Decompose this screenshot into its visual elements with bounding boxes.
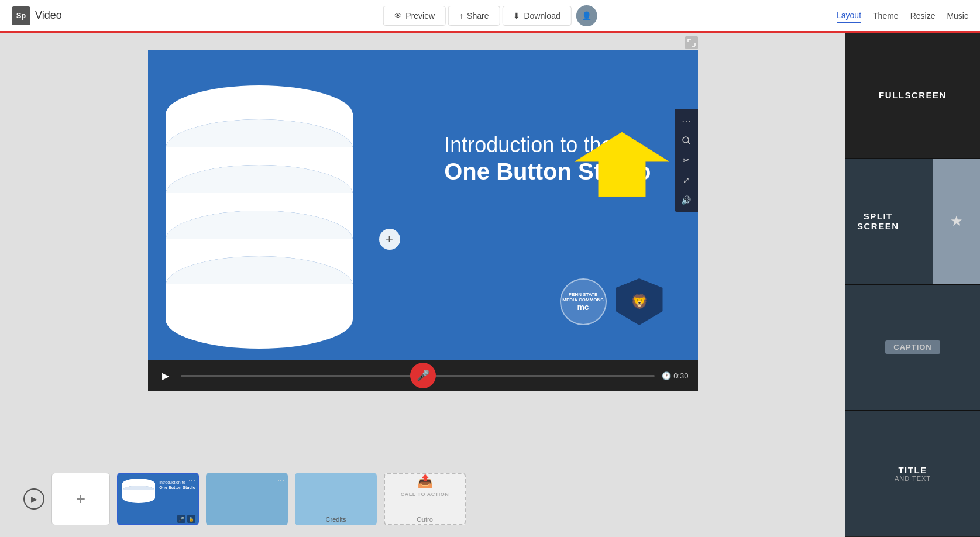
slide-title-line1: Introduction to the [444, 132, 651, 157]
center-area: Introduction to the One Button Studio + … [0, 33, 845, 537]
expand-button[interactable]: ⤢ [676, 171, 697, 190]
mic-button[interactable]: 🎤 [410, 363, 436, 388]
svg-point-23 [122, 493, 155, 503]
add-element-button[interactable]: + [379, 229, 400, 250]
svg-point-15 [683, 137, 689, 143]
media-commons-logo: PENN STATEMEDIA COMMONSmc [560, 278, 607, 325]
timeline-slide-2[interactable]: ⋯ 2 [206, 473, 288, 525]
layout-split-screen[interactable]: SPLITSCREEN ★ [845, 159, 980, 285]
split-screen-preview: ★ [933, 159, 980, 284]
svg-line-16 [688, 142, 690, 144]
add-slide-button[interactable]: + [51, 473, 110, 525]
zoom-button[interactable] [676, 131, 697, 150]
canvas-logos: PENN STATEMEDIA COMMONSmc 🦁 [560, 278, 663, 325]
download-button[interactable]: ⬇ Download [502, 6, 571, 26]
preview-button[interactable]: 👁 Preview [383, 6, 446, 26]
crop-button[interactable]: ✂ [676, 151, 697, 170]
brand-name: Video [35, 9, 62, 22]
timeline-play-button[interactable]: ▶ [23, 488, 44, 510]
nav-right: Layout Theme Resize Music [837, 8, 968, 23]
right-panel: FULLSCREEN SPLITSCREEN ★ CAPTION TITLEAN… [845, 33, 980, 537]
slide-outro-label: Outro [385, 516, 465, 523]
call-to-action-icon: 📤 [417, 474, 433, 489]
tab-resize[interactable]: Resize [910, 9, 936, 23]
slide-title-line2: One Button Studio [444, 157, 651, 185]
slide-1-icons: 🎤 🔒 [177, 515, 195, 523]
timeline-slide-1[interactable]: ⋯ Introduction toOne Button Studio [117, 473, 199, 525]
slide-credits-label: Credits [296, 516, 376, 523]
title-text-label: TITLEAND TEXT [895, 465, 931, 482]
penn-state-logo: 🦁 [616, 278, 663, 325]
more-options-button[interactable]: ⋯ [676, 111, 697, 130]
canvas-text: Introduction to the One Button Studio [444, 132, 651, 185]
layout-fullscreen[interactable]: FULLSCREEN [845, 33, 980, 159]
timeline: ▶ + ⋯ Introduction toOn [12, 461, 834, 537]
time-display: 🕐 0:30 [662, 371, 688, 380]
timeline-slide-outro[interactable]: 📤 CALL TO ACTION Outro [384, 473, 466, 525]
lock-icon-small: 🔒 [187, 515, 195, 523]
call-to-action-content: 📤 CALL TO ACTION [385, 474, 465, 497]
video-canvas: Introduction to the One Button Studio + … [148, 50, 698, 360]
caption-badge: CAPTION [885, 340, 940, 354]
eye-icon: 👁 [394, 11, 402, 20]
top-nav: Sp Video 👁 Preview ↑ Share ⬇ Download 👤 … [0, 0, 980, 33]
share-button[interactable]: ↑ Share [448, 6, 500, 26]
expand-icon[interactable] [685, 36, 698, 49]
canvas-toolbar: ⋯ ✂ ⤢ 🔊 [675, 109, 698, 212]
play-button[interactable]: ▶ [157, 367, 174, 384]
call-to-action-label: CALL TO ACTION [401, 491, 449, 497]
download-icon: ⬇ [513, 11, 520, 20]
mic-icon-small: 🎤 [177, 515, 185, 523]
user-avatar[interactable]: 👤 [576, 5, 597, 26]
nav-center: 👁 Preview ↑ Share ⬇ Download 👤 [383, 5, 597, 26]
brand: Sp Video [12, 6, 62, 25]
slide-2-menu[interactable]: ⋯ [277, 476, 284, 484]
star-icon: ★ [950, 213, 963, 229]
tab-layout[interactable]: Layout [837, 8, 861, 23]
database-icon [166, 68, 388, 360]
timeline-slide-credits[interactable]: Credits [295, 473, 377, 525]
audio-button[interactable]: 🔊 [676, 191, 697, 209]
layout-caption[interactable]: CAPTION [845, 285, 980, 411]
brand-logo: Sp [12, 6, 30, 25]
canvas-wrapper: Introduction to the One Button Studio + … [148, 50, 698, 461]
svg-point-14 [166, 290, 353, 349]
video-controls: ▶ 🎤 🕐 0:30 [148, 360, 698, 391]
share-icon: ↑ [459, 11, 463, 20]
fullscreen-label: FULLSCREEN [879, 90, 947, 100]
tab-music[interactable]: Music [947, 9, 968, 23]
tab-theme[interactable]: Theme [873, 9, 899, 23]
split-screen-label: SPLITSCREEN [857, 211, 899, 231]
main-area: Introduction to the One Button Studio + … [0, 33, 980, 537]
layout-title-text[interactable]: TITLEAND TEXT [845, 411, 980, 538]
